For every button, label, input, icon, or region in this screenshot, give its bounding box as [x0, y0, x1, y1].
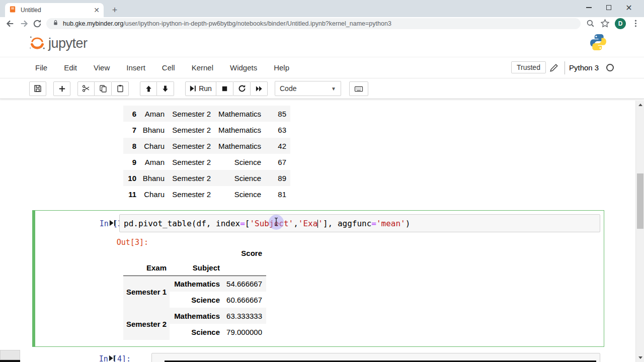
restart-run-all-button[interactable] — [251, 81, 268, 96]
menu-kernel[interactable]: Kernel — [192, 63, 213, 72]
edit-pencil-icon — [549, 63, 558, 74]
code-input-area[interactable]: pd.pivot_table(df, index=['Subject','Exa… — [119, 214, 600, 232]
bottom-bar-segment — [0, 360, 20, 362]
scrollbar-down-icon[interactable] — [638, 356, 642, 359]
cell-type-select[interactable]: Code ▼ — [275, 81, 341, 96]
chevron-down-icon: ▼ — [331, 86, 336, 92]
stop-icon — [221, 85, 228, 93]
window-maximize-icon[interactable] — [599, 0, 619, 15]
code-cell-3[interactable]: In [3]: pd.pivot_table(df, index=['Subje… — [32, 210, 604, 347]
fast-forward-icon — [255, 85, 263, 93]
kernel-name: Python 3 — [569, 63, 599, 72]
restart-icon — [238, 84, 246, 93]
table-row: 6AmanSemester 2Mathematics85 — [123, 106, 290, 122]
arrow-up-icon — [145, 85, 152, 93]
lock-icon — [52, 19, 59, 28]
restart-kernel-button[interactable] — [233, 81, 251, 96]
pivot-table-output: Score ExamSubject Semester 1Mathematics5… — [123, 245, 266, 340]
table-row: 5CharuSemester 1Science44 — [123, 101, 290, 106]
url-bar[interactable]: hub.gke.mybinder.org/user/ipython-ipytho… — [46, 18, 581, 29]
dataframe-table: 5CharuSemester 1Science44 6AmanSemester … — [123, 101, 290, 202]
table-row: Score — [123, 245, 266, 260]
menu-edit[interactable]: Edit — [64, 63, 77, 72]
table-row: Semester 2Mathematics63.333333 — [123, 308, 266, 324]
kernel-status-icon — [606, 64, 614, 71]
menu-help[interactable]: Help — [274, 63, 289, 72]
status-bubble — [0, 350, 20, 360]
save-icon — [34, 84, 42, 93]
zoom-icon[interactable] — [586, 19, 596, 29]
table-row: 10BhanuSemester 2Science89 — [123, 170, 290, 186]
browser-tab[interactable]: Untitled ✕ — [5, 3, 104, 17]
python-logo-icon — [590, 33, 607, 53]
plus-icon — [58, 85, 66, 93]
input-prompt: In [3]: — [33, 219, 131, 228]
arrow-down-icon — [162, 85, 169, 93]
save-button[interactable] — [29, 81, 46, 96]
url-text: hub.gke.mybinder.org/user/ipython-ipytho… — [63, 20, 391, 27]
table-row: 7BhanuSemester 2Mathematics63 — [123, 122, 290, 138]
paste-icon — [116, 84, 124, 93]
cursor-ibeam-icon — [273, 217, 279, 228]
jupyter-logo-icon — [28, 34, 46, 51]
tab-title: Untitled — [21, 7, 90, 14]
table-row: 8CharuSemester 2Mathematics42 — [123, 138, 290, 154]
table-row: Semester 1Mathematics54.666667 — [123, 276, 266, 292]
trusted-badge[interactable]: Trusted — [511, 61, 546, 73]
cut-cell-button[interactable] — [77, 81, 95, 96]
menu-widgets[interactable]: Widgets — [230, 63, 257, 72]
copy-cell-button[interactable] — [95, 81, 112, 96]
divider — [565, 61, 565, 74]
window-close-icon[interactable]: ✕ — [619, 0, 639, 15]
page-scrollbar[interactable] — [635, 101, 644, 362]
paste-cell-button[interactable] — [112, 81, 129, 96]
table-row: ExamSubject — [123, 260, 266, 276]
forward-icon[interactable] — [19, 19, 29, 29]
window-minimize-icon[interactable] — [579, 0, 599, 15]
notebook-content-area: 5CharuSemester 1Science44 6AmanSemester … — [0, 101, 635, 362]
table-row: 9AmanSemester 2Science67 — [123, 154, 290, 170]
command-palette-button[interactable] — [349, 81, 368, 96]
table-row: 11CharuSemester 2Science81 — [123, 186, 290, 202]
menu-view[interactable]: View — [94, 63, 110, 72]
keyboard-icon — [354, 85, 363, 93]
menu-items: File Edit View Insert Cell Kernel Widget… — [35, 57, 289, 78]
menu-cell[interactable]: Cell — [162, 63, 175, 72]
run-cell-marker-icon[interactable] — [109, 354, 115, 362]
selected-cell-indicator — [33, 211, 35, 346]
jupyter-logo[interactable]: jupyter — [28, 34, 88, 51]
notebook-toolbar: Run Code ▼ — [0, 78, 644, 99]
bookmark-star-icon[interactable] — [600, 19, 610, 29]
move-cell-down-button[interactable] — [157, 81, 174, 96]
move-cell-up-button[interactable] — [140, 81, 157, 96]
menu-insert[interactable]: Insert — [126, 63, 145, 72]
code-line: pd.pivot_table(df, index=['Subject','Exa… — [124, 219, 596, 228]
menu-file[interactable]: File — [35, 63, 47, 72]
run-icon — [190, 85, 196, 92]
browser-tab-strip: Untitled ✕ + ✕ — [0, 0, 644, 17]
jupyter-favicon-icon — [9, 6, 17, 15]
browser-menu-dots-icon[interactable] — [631, 19, 641, 29]
scrollbar-up-icon[interactable] — [638, 104, 642, 106]
run-button[interactable]: Run — [185, 81, 216, 96]
profile-avatar[interactable]: D — [615, 18, 626, 29]
new-tab-icon[interactable]: + — [110, 5, 120, 15]
run-cell-marker-icon[interactable] — [109, 219, 116, 229]
input-prompt: In [4]: — [32, 354, 131, 362]
add-cell-button[interactable] — [53, 81, 70, 96]
copy-icon — [99, 84, 107, 93]
scrollbar-thumb[interactable] — [637, 173, 643, 229]
back-icon[interactable] — [5, 19, 15, 29]
tab-close-icon[interactable]: ✕ — [94, 7, 100, 14]
reload-icon[interactable] — [32, 19, 42, 29]
jupyter-header: jupyter Untitled Last Checkpoint: 9 minu… — [0, 29, 644, 57]
interrupt-kernel-button[interactable] — [216, 81, 233, 96]
jupyter-logo-text: jupyter — [48, 36, 88, 51]
scissors-icon — [82, 84, 90, 93]
